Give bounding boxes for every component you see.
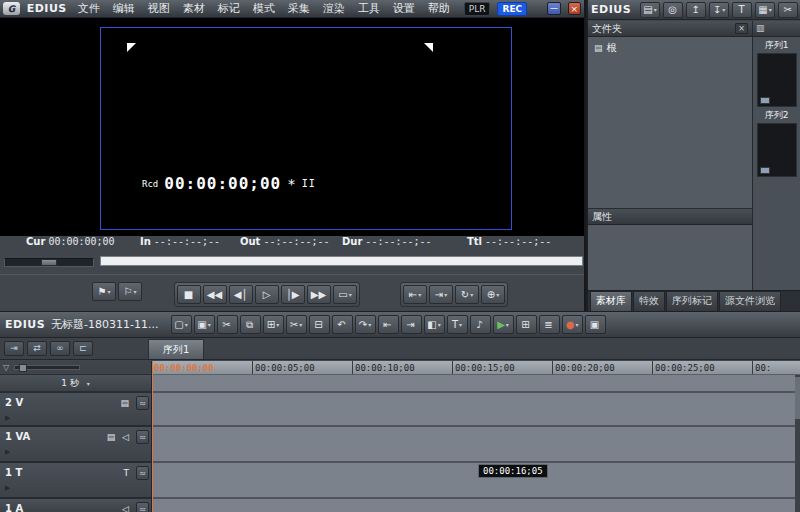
menu-item[interactable]: 渲染	[323, 1, 345, 16]
track-select-icon[interactable]: ▽	[3, 363, 9, 372]
track-header-1T[interactable]: 1 T T ≈ ▶	[0, 463, 151, 499]
expand-track-icon[interactable]: ▶	[5, 448, 10, 456]
minimize-button[interactable]: —	[547, 2, 560, 15]
new-folder-button[interactable]: ▤▾	[640, 2, 660, 18]
search-button[interactable]: ◎	[663, 2, 683, 18]
track-header-1A[interactable]: 1 A ◁ ≈	[0, 499, 151, 512]
close-button[interactable]: ×	[568, 2, 581, 15]
track-lane-1T[interactable]	[152, 463, 800, 499]
goto-in-button[interactable]: ⇤▾	[403, 285, 427, 304]
tab-sequence-1[interactable]: 序列1	[148, 339, 204, 359]
sync-lock-button[interactable]: ∞	[50, 341, 70, 356]
add-to-timeline-button[interactable]: ⊕▾	[481, 285, 505, 304]
menu-item[interactable]: 帮助	[428, 1, 450, 16]
expand-track-icon[interactable]: ▶	[5, 484, 10, 492]
insert-mode-button[interactable]: ⇥	[4, 341, 24, 356]
track-patch-button[interactable]: ≈	[136, 396, 149, 410]
set-out-button[interactable]: ⇥	[401, 315, 422, 334]
track-header-2V[interactable]: 2 V ▤ ≈ ▶	[0, 393, 151, 427]
menu-item[interactable]: 编辑	[113, 1, 135, 16]
jog-slider[interactable]	[4, 258, 94, 267]
vertical-scrollbar[interactable]	[795, 375, 800, 512]
add-transition-button[interactable]: ◧▾	[424, 315, 445, 334]
multicam-button[interactable]: ⊞	[516, 315, 537, 334]
timeline-zoom-slider[interactable]	[14, 365, 80, 370]
track-lane-1A[interactable]	[152, 499, 800, 512]
track-patch-button[interactable]: ≈	[136, 502, 149, 512]
track-patch-button[interactable]: ≈	[136, 430, 149, 444]
track-header-1VA[interactable]: 1 VA ▤ ◁ ≈ ▶	[0, 427, 151, 463]
paste-button[interactable]: ⊞▾	[263, 315, 284, 334]
export-button[interactable]: ▶▾	[493, 315, 514, 334]
timeline-ruler[interactable]: 00:00:00;00 00:00:05;0000:00:10;0000:00:…	[152, 361, 800, 375]
audio-mixer-button[interactable]: ≣	[539, 315, 560, 334]
display-mode-button[interactable]: ▭▾	[333, 285, 357, 304]
timeline-scale-control[interactable]: 1 秒 ▾	[0, 375, 151, 393]
set-in-marker-button[interactable]: ⚑▾	[92, 282, 116, 301]
stop-button[interactable]: ■	[177, 285, 201, 304]
tab-source-browser[interactable]: 源文件浏览	[719, 291, 781, 311]
ripple-cut-button[interactable]: ✂▾	[286, 315, 307, 334]
track-lane-2V[interactable]	[152, 393, 800, 427]
zoom-slider-handle[interactable]	[19, 364, 27, 372]
track-lane-1VA[interactable]	[152, 427, 800, 463]
playhead-line[interactable]	[152, 361, 153, 512]
clip-sequence-1[interactable]: 序列1	[753, 37, 800, 107]
title-channel-icon[interactable]: T	[124, 468, 132, 478]
menu-item[interactable]: 素材	[183, 1, 205, 16]
video-audio-channel-icons[interactable]: ▤ ◁	[107, 432, 131, 442]
up-folder-button[interactable]: ↥	[686, 2, 706, 18]
plr-mode-button[interactable]: PLR	[464, 2, 491, 16]
fast-forward-button[interactable]: ▶▶	[307, 285, 331, 304]
set-out-marker-button[interactable]: ⚐▾	[118, 282, 142, 301]
track-lane-spacer[interactable]	[152, 375, 800, 393]
undo-button[interactable]: ↶	[332, 315, 353, 334]
rewind-button[interactable]: ◀◀	[203, 285, 227, 304]
menu-item[interactable]: 模式	[253, 1, 275, 16]
expand-track-icon[interactable]: ▶	[5, 414, 10, 422]
menu-item[interactable]: 文件	[78, 1, 100, 16]
import-file-button[interactable]: ↧▾	[709, 2, 729, 18]
rec-mode-button[interactable]: REC	[497, 2, 527, 16]
view-mode-button[interactable]: ▦▾	[755, 2, 775, 18]
overwrite-mode-button[interactable]: ⇄	[27, 341, 47, 356]
scrollbar-thumb[interactable]	[795, 377, 800, 419]
play-button[interactable]: ▷	[255, 285, 279, 304]
clip-thumbnail[interactable]	[757, 53, 797, 107]
menu-item[interactable]: 标记	[218, 1, 240, 16]
capture-button[interactable]: ●▾	[562, 315, 583, 334]
delete-button[interactable]: ⊟	[309, 315, 330, 334]
create-title-button[interactable]: T	[732, 2, 752, 18]
clip-sequence-2[interactable]: 序列2	[753, 107, 800, 177]
clip-thumbnail[interactable]	[757, 123, 797, 177]
timeline-tracks-area[interactable]: 00:00:00;00 00:00:05;0000:00:10;0000:00:…	[152, 361, 800, 512]
video-channel-icon[interactable]: ▤	[120, 398, 131, 408]
panel-layout-button[interactable]: ▣	[585, 315, 606, 334]
position-bar[interactable]	[100, 256, 583, 266]
redo-button[interactable]: ↷▾	[355, 315, 376, 334]
next-frame-button[interactable]: │▶	[281, 285, 305, 304]
goto-out-button[interactable]: ⇥▾	[429, 285, 453, 304]
play-around-cursor-button[interactable]: ↻▾	[455, 285, 479, 304]
tab-effects[interactable]: 特效	[633, 291, 665, 311]
copy-button[interactable]: ⧉	[240, 315, 261, 334]
ripple-mode-button[interactable]: ⊏	[73, 341, 93, 356]
menu-item[interactable]: 视图	[148, 1, 170, 16]
folder-tree-item-root[interactable]: ▤ 根	[592, 40, 625, 56]
menu-item[interactable]: 采集	[288, 1, 310, 16]
tab-bin[interactable]: 素材库	[590, 291, 632, 311]
voiceover-button[interactable]: ♪	[470, 315, 491, 334]
previous-frame-button[interactable]: ◀│	[229, 285, 253, 304]
save-project-button[interactable]: ▣▾	[194, 315, 215, 334]
new-sequence-button[interactable]: ▢▾	[171, 315, 192, 334]
jog-handle[interactable]	[41, 259, 57, 266]
track-patch-button[interactable]: ≈	[136, 466, 149, 480]
panel-close-button[interactable]: ×	[735, 23, 748, 34]
set-in-button[interactable]: ⇤	[378, 315, 399, 334]
title-button[interactable]: T▾	[447, 315, 468, 334]
cut-button[interactable]: ✂	[217, 315, 238, 334]
chevron-down-icon[interactable]: ▾	[87, 380, 90, 387]
menu-item[interactable]: 工具	[358, 1, 380, 16]
cut-clip-button[interactable]: ✂	[778, 2, 798, 18]
tab-sequence-marks[interactable]: 序列标记	[666, 291, 718, 311]
